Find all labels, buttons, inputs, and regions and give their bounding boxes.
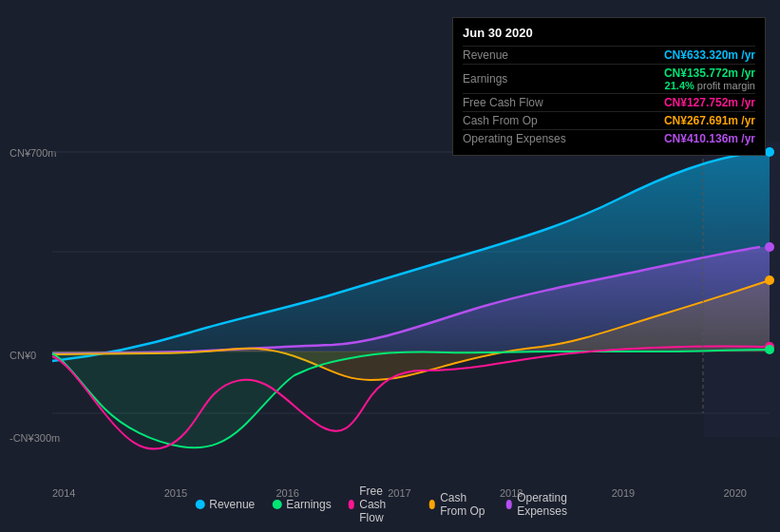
tooltip-label-opex: Operating Expenses <box>463 132 566 145</box>
legend-label-cashop: Cash From Op <box>440 491 488 518</box>
svg-point-7 <box>765 276 774 285</box>
tooltip-label-fcf: Free Cash Flow <box>463 96 543 109</box>
svg-point-9 <box>765 345 774 354</box>
legend-dot-earnings <box>272 500 281 509</box>
legend-label-opex: Operating Expenses <box>517 491 585 518</box>
tooltip-value-opex: CN¥410.136m /yr <box>664 132 755 145</box>
legend-item-opex[interactable]: Operating Expenses <box>506 491 585 518</box>
tooltip-row-fcf: Free Cash Flow CN¥127.752m /yr <box>463 93 755 111</box>
tooltip-label-cashop: Cash From Op <box>463 114 538 127</box>
tooltip-label-earnings: Earnings <box>463 72 507 86</box>
legend-dot-cashop <box>429 500 436 509</box>
tooltip-value-revenue: CN¥633.320m /yr <box>664 48 755 62</box>
legend-item-cashop[interactable]: Cash From Op <box>429 491 489 518</box>
x-label-2015: 2015 <box>164 487 187 499</box>
legend-dot-revenue <box>195 500 204 509</box>
tooltip-value-cashop: CN¥267.691m /yr <box>664 114 755 127</box>
tooltip-row-earnings: Earnings CN¥135.772m /yr 21.4% profit ma… <box>463 64 755 93</box>
legend-item-revenue[interactable]: Revenue <box>195 498 255 511</box>
x-label-2020: 2020 <box>724 487 747 499</box>
tooltip-panel: Jun 30 2020 Revenue CN¥633.320m /yr Earn… <box>452 17 766 156</box>
legend-label-fcf: Free Cash Flow <box>359 484 411 524</box>
tooltip-value-earnings: CN¥135.772m /yr <box>664 66 755 80</box>
legend-dot-fcf <box>349 500 355 509</box>
x-label-2019: 2019 <box>612 487 635 499</box>
profit-margin-text: 21.4% profit margin <box>664 80 755 91</box>
legend-dot-opex <box>506 500 513 509</box>
tooltip-title: Jun 30 2020 <box>463 26 755 40</box>
tooltip-value-fcf: CN¥127.752m /yr <box>664 96 755 109</box>
legend-label-revenue: Revenue <box>209 498 255 511</box>
tooltip-row-revenue: Revenue CN¥633.320m /yr <box>463 46 755 64</box>
legend-item-fcf[interactable]: Free Cash Flow <box>349 484 412 524</box>
x-label-2014: 2014 <box>52 487 75 499</box>
chart-legend: Revenue Earnings Free Cash Flow Cash Fro… <box>195 484 585 524</box>
legend-label-earnings: Earnings <box>286 498 331 511</box>
svg-point-5 <box>765 147 774 157</box>
legend-item-earnings[interactable]: Earnings <box>272 498 331 511</box>
tooltip-label-revenue: Revenue <box>463 48 508 62</box>
tooltip-row-opex: Operating Expenses CN¥410.136m /yr <box>463 129 755 147</box>
svg-point-6 <box>765 242 774 252</box>
chart-svg <box>0 142 780 456</box>
tooltip-row-cashop: Cash From Op CN¥267.691m /yr <box>463 111 755 129</box>
